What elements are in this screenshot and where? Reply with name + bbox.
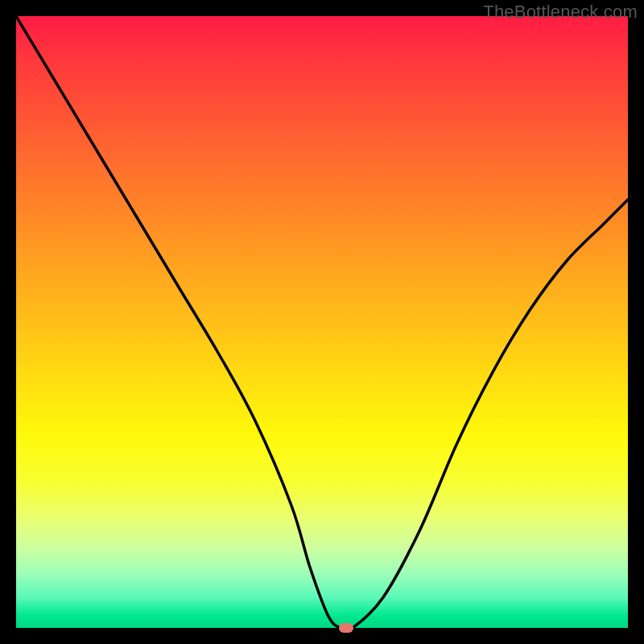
bottleneck-curve xyxy=(16,16,628,628)
plot-area xyxy=(16,16,628,628)
optimum-marker xyxy=(339,623,353,633)
watermark-text: TheBottleneck.com xyxy=(483,2,638,23)
